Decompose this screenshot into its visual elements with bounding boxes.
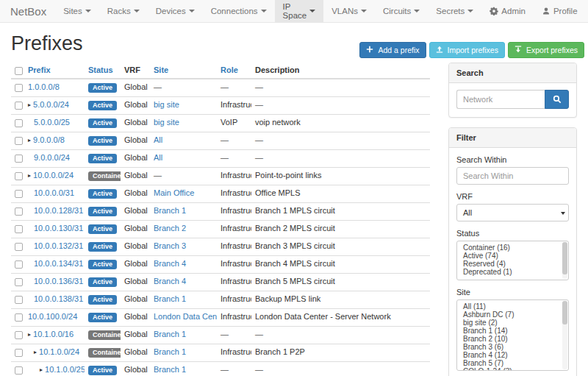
prefix-link[interactable]: 10.0.0.138/31 [34,295,83,304]
nav-item-log-out[interactable]: Log out [586,0,588,22]
row-checkbox[interactable] [15,137,23,145]
brand[interactable]: NetBox [6,0,55,22]
row-checkbox[interactable] [15,313,23,322]
site-link[interactable]: Branch 1 [154,206,186,215]
row-checkbox[interactable] [15,190,23,198]
site-link[interactable]: Branch 1 [154,365,186,374]
listbox-option[interactable]: Branch 1 (14) [463,327,568,335]
prefix-link[interactable]: 10.0.0.132/31 [34,242,83,251]
listbox-option[interactable]: Active (74) [463,252,568,260]
site-link[interactable]: Branch 4 [154,259,186,268]
nav-item-connections[interactable]: Connections [203,0,275,22]
site-link[interactable]: Main Office [154,188,194,197]
prefix-link[interactable]: 10.1.0.0/16 [33,330,74,339]
import-prefixes-button[interactable]: Import prefixes [429,42,505,58]
site-link[interactable]: Branch 1 [154,347,186,356]
listbox-option[interactable]: COLO-1-24 (3) [463,367,568,371]
site-link[interactable]: big site [154,118,179,127]
row-checkbox[interactable] [15,207,23,216]
role-cell: Infrastructure [217,344,251,361]
row-checkbox[interactable] [15,225,23,233]
nav-item-vlans[interactable]: VLANs [323,0,375,22]
prefix-link[interactable]: 10.0.0.0/24 [33,171,74,180]
site-link[interactable]: All [154,135,162,144]
description-cell: — [251,361,430,376]
prefix-link[interactable]: 10.0.0.0/31 [34,189,74,198]
row-checkbox[interactable] [15,331,23,339]
listbox-option[interactable]: Branch 3 (6) [463,343,568,351]
row-checkbox[interactable] [15,119,23,127]
scrollbar-thumb[interactable] [562,301,567,324]
prefix-link[interactable]: 9.0.0.0/24 [34,154,70,163]
site-link[interactable]: Branch 1 [154,330,186,338]
site-link[interactable]: Branch 2 [154,224,186,233]
select-all-checkbox[interactable] [15,67,23,75]
prefix-link[interactable]: 10.1.0.0/25 [45,366,85,375]
site-link[interactable]: big site [154,100,179,109]
nav-item-admin[interactable]: Admin [481,0,534,22]
listbox-option[interactable]: Reserved (4) [463,260,568,268]
nav-item-circuits[interactable]: Circuits [375,0,428,22]
listbox-option[interactable]: big site (2) [463,319,568,327]
listbox-option[interactable]: Deprecated (1) [463,268,568,276]
site-link[interactable]: London Data Center [154,312,217,321]
site-link[interactable]: Branch 3 [154,241,186,250]
nav-item-profile[interactable]: Profile [534,0,586,22]
navbar-menu: SitesRacksDevicesConnectionsIP SpaceVLAN… [55,0,481,22]
prefix-link[interactable]: 10.0.0.134/31 [34,260,83,269]
prefix-link[interactable]: 10.1.0.0/24 [39,348,79,357]
nav-item-secrets[interactable]: Secrets [428,0,481,22]
row-checkbox[interactable] [15,349,23,357]
nav-item-racks[interactable]: Racks [99,0,148,22]
row-checkbox[interactable] [15,102,23,110]
nav-item-ip-space[interactable]: IP Space [275,0,324,22]
row-checkbox[interactable] [15,296,23,304]
row-checkbox[interactable] [15,366,23,375]
table-row: ▸10.1.0.0/24ContainerGlobalBranch 1Infra… [11,344,430,361]
prefix-link[interactable]: 9.0.0.0/8 [33,136,65,145]
row-checkbox[interactable] [15,260,23,269]
row-checkbox[interactable] [15,172,23,180]
nav-item-devices[interactable]: Devices [148,0,203,22]
prefix-link[interactable]: 10.0.100.0/24 [28,313,77,322]
status-badge: Active [88,154,117,163]
export-prefixes-button[interactable]: Export prefixes [508,42,584,58]
vrf-value: Global [124,135,148,144]
listbox-option[interactable]: Branch 2 (10) [463,335,568,343]
checkbox-cell [11,185,24,202]
filter-input-search-within[interactable] [456,167,569,185]
column-sort-link[interactable]: Role [220,65,238,74]
status-badge: Active [88,224,117,234]
prefix-link[interactable]: 10.0.0.136/31 [34,277,83,286]
description-cell: Branch 3 MPLS circuit [251,238,430,255]
nav-item-label: Circuits [383,7,411,15]
prefix-link[interactable]: 5.0.0.0/25 [34,118,70,127]
row-checkbox[interactable] [15,84,23,92]
column-sort-link[interactable]: Status [88,65,113,74]
listbox-option[interactable]: Branch 5 (7) [463,359,568,367]
site-link[interactable]: All [154,153,162,162]
row-checkbox[interactable] [15,278,23,286]
listbox-option[interactable]: All (11) [463,302,568,311]
filter-select-vrf[interactable]: All [456,204,569,221]
listbox-option[interactable]: Ashburn DC (7) [463,311,568,319]
prefix-link[interactable]: 10.0.0.128/31 [34,207,83,216]
prefix-link[interactable]: 5.0.0.0/24 [33,101,69,110]
prefix-link[interactable]: 1.0.0.0/8 [28,83,60,92]
listbox-option[interactable]: Container (16) [463,244,568,252]
prefix-link[interactable]: 10.0.0.130/31 [34,224,83,233]
role-cell: — [217,149,251,167]
column-sort-link[interactable]: Site [154,65,168,74]
site-link[interactable]: Branch 4 [154,277,186,285]
row-checkbox[interactable] [15,243,23,251]
scrollbar-thumb[interactable] [562,242,567,274]
add-a-prefix-button[interactable]: Add a prefix [359,42,426,58]
nav-item-sites[interactable]: Sites [55,0,99,22]
row-checkbox[interactable] [15,155,23,163]
column-sort-link[interactable]: Prefix [28,65,51,74]
table-row: ▸10.0.0.0/24ContainerGlobal—Infrastructu… [11,167,430,185]
search-button[interactable] [545,90,569,109]
listbox-option[interactable]: Branch 4 (12) [463,351,568,359]
site-link[interactable]: Branch 1 [154,294,186,303]
search-input[interactable] [456,90,545,109]
